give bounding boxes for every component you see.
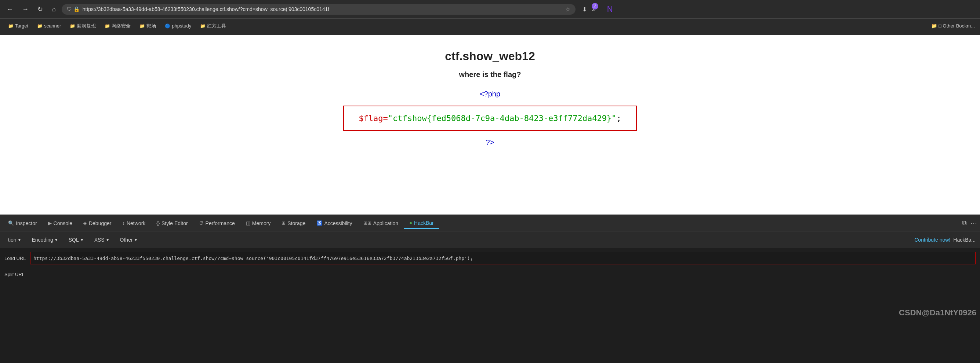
tab-storage[interactable]: ⊞ Storage — [276, 218, 310, 228]
hackbar-menu-xss[interactable]: XSS ▼ — [91, 235, 113, 244]
contribute-link[interactable]: Contribute now! — [914, 237, 950, 243]
hackbar-menu-sql[interactable]: SQL ▼ — [65, 235, 88, 244]
folder-icon: 📁 — [8, 24, 14, 29]
tab-accessibility[interactable]: ♿ Accessibility — [311, 218, 357, 228]
refresh-button[interactable]: ↻ — [35, 4, 46, 15]
tab-application[interactable]: ⊞⊞ Application — [358, 218, 404, 228]
bookmark-vuln[interactable]: 📁 漏洞复现 — [67, 22, 99, 30]
bookmark-label: scanner — [44, 23, 61, 29]
split-url-row: Split URL — [5, 267, 975, 281]
network-icon: ↕ — [122, 220, 125, 226]
php-close-tag: ?> — [486, 138, 495, 147]
tab-memory[interactable]: ◫ Memory — [241, 218, 276, 228]
security-icon: 🛡 🔒 — [67, 6, 80, 12]
tab-network[interactable]: ↕ Network — [117, 218, 151, 228]
bookmark-label: 漏洞复现 — [77, 23, 96, 29]
performance-icon: ⏱ — [199, 220, 204, 226]
folder-icon: 📁 — [140, 24, 145, 29]
back-button[interactable]: ← — [4, 4, 16, 15]
other-bookmarks[interactable]: 📁 □ Other Bookm... — [931, 23, 975, 29]
dropdown-arrow-icon: ▼ — [80, 238, 84, 242]
semicolon: ; — [616, 114, 621, 123]
watermark: CSDN@Da1NtY0926 — [895, 306, 980, 319]
phpstudy-icon: 🔵 — [165, 24, 170, 29]
storage-icon: ⊞ — [282, 220, 286, 226]
tion-label: tion — [8, 237, 16, 243]
var-name: $flag= — [359, 114, 388, 123]
hackbar-brand-label: HackBa... — [953, 237, 975, 243]
php-open-tag: <?php — [480, 90, 500, 98]
home-button[interactable]: ⌂ — [49, 4, 59, 15]
profile-icon[interactable]: N — [607, 5, 613, 14]
string-value: "ctfshow{fed5068d-7c9a-4dab-8423-e3ff772… — [388, 114, 617, 123]
bookmark-phpstudy[interactable]: 🔵 phpstudy — [162, 22, 194, 30]
load-url-input[interactable] — [30, 252, 975, 265]
load-url-row: Load URL — [5, 251, 975, 265]
dropdown-arrow-icon: ▼ — [106, 238, 110, 242]
page-subtitle: where is the flag? — [459, 70, 521, 79]
style-editor-icon: {} — [156, 220, 160, 226]
hackbar-menu-tion[interactable]: tion ▼ — [5, 235, 25, 244]
tab-console[interactable]: ▶ Console — [43, 218, 78, 228]
bookmark-star-icon[interactable]: ☆ — [565, 6, 570, 13]
encoding-label: Encoding — [32, 237, 53, 243]
forward-button[interactable]: → — [19, 4, 32, 15]
devtools-actions: ⧉ ⋯ — [962, 219, 977, 227]
code-box: $flag="ctfshow{fed5068d-7c9a-4dab-8423-e… — [343, 106, 636, 131]
bookmark-target[interactable]: 📁 Target — [5, 22, 31, 30]
split-url-label: Split URL — [5, 272, 26, 277]
more-icon[interactable]: ⋯ — [970, 219, 977, 227]
bookmark-label: 靶场 — [146, 23, 156, 29]
accessibility-icon: ♿ — [317, 220, 322, 226]
bookmark-range[interactable]: 📁 靶场 — [137, 22, 159, 30]
bookmark-scanner[interactable]: 📁 scanner — [34, 22, 64, 30]
hackbar-icon: ● — [409, 220, 412, 225]
dropdown-arrow-icon: ▼ — [18, 238, 22, 242]
folder-icon: 📁 — [931, 23, 937, 29]
folder-icon: 📁 — [37, 24, 43, 29]
bookmark-redteam[interactable]: 📁 红方工具 — [197, 22, 229, 30]
folder-icon: 📁 — [200, 24, 205, 29]
bookmarks-bar: 📁 Target 📁 scanner 📁 漏洞复现 📁 网络安全 📁 靶场 🔵 … — [0, 18, 980, 33]
code-line: $flag="ctfshow{fed5068d-7c9a-4dab-8423-e… — [359, 114, 621, 123]
hackbar-menu-other[interactable]: Other ▼ — [116, 235, 142, 244]
page-title: ctf.show_web12 — [445, 49, 535, 63]
bookmark-netsec[interactable]: 📁 网络安全 — [102, 22, 134, 30]
undock-icon[interactable]: ⧉ — [962, 219, 967, 227]
load-url-label: Load URL — [5, 255, 26, 261]
tab-style-editor[interactable]: {} Style Editor — [151, 218, 193, 228]
dropdown-arrow-icon: ▼ — [134, 238, 138, 242]
download-icon[interactable]: ⬇ — [582, 6, 587, 13]
tab-performance[interactable]: ⏱ Performance — [194, 218, 240, 228]
devtools-tabs: 🔍 Inspector ▶ Console ◈ Debugger ↕ Netwo… — [0, 215, 980, 231]
sql-label: SQL — [68, 237, 79, 243]
tab-hackbar[interactable]: ● HackBar — [404, 218, 439, 229]
tab-debugger[interactable]: ◈ Debugger — [78, 218, 117, 228]
folder-icon: 📁 — [70, 24, 75, 29]
hackbar-menu-encoding[interactable]: Encoding ▼ — [28, 235, 62, 244]
dropdown-arrow-icon: ▼ — [54, 238, 58, 242]
address-bar[interactable] — [83, 6, 562, 12]
bookmark-label: 网络安全 — [111, 23, 130, 29]
debugger-icon: ◈ — [83, 220, 87, 226]
hackbar-url-section: Load URL Split URL — [0, 248, 980, 284]
inspector-icon: 🔍 — [8, 220, 14, 226]
console-icon: ▶ — [48, 220, 52, 226]
bookmark-label: Target — [15, 23, 28, 29]
devtools-panel: 🔍 Inspector ▶ Console ◈ Debugger ↕ Netwo… — [0, 214, 980, 363]
application-icon: ⊞⊞ — [363, 220, 371, 226]
bookmark-label: 红方工具 — [207, 23, 226, 29]
memory-icon: ◫ — [246, 220, 250, 226]
bookmark-label: phpstudy — [172, 23, 191, 29]
page-content: ctf.show_web12 where is the flag? <?php … — [0, 35, 980, 214]
other-label: Other — [120, 237, 133, 243]
xss-label: XSS — [94, 237, 105, 243]
nav-actions: ⬇ 22 N — [582, 5, 613, 14]
hackbar-toolbar: tion ▼ Encoding ▼ SQL ▼ XSS ▼ Other ▼ Co… — [0, 231, 980, 248]
folder-icon: 📁 — [105, 24, 110, 29]
extensions-button[interactable]: 22 — [592, 6, 602, 13]
tab-inspector[interactable]: 🔍 Inspector — [3, 218, 42, 228]
address-bar-container: 🛡 🔒 ☆ — [62, 4, 576, 15]
